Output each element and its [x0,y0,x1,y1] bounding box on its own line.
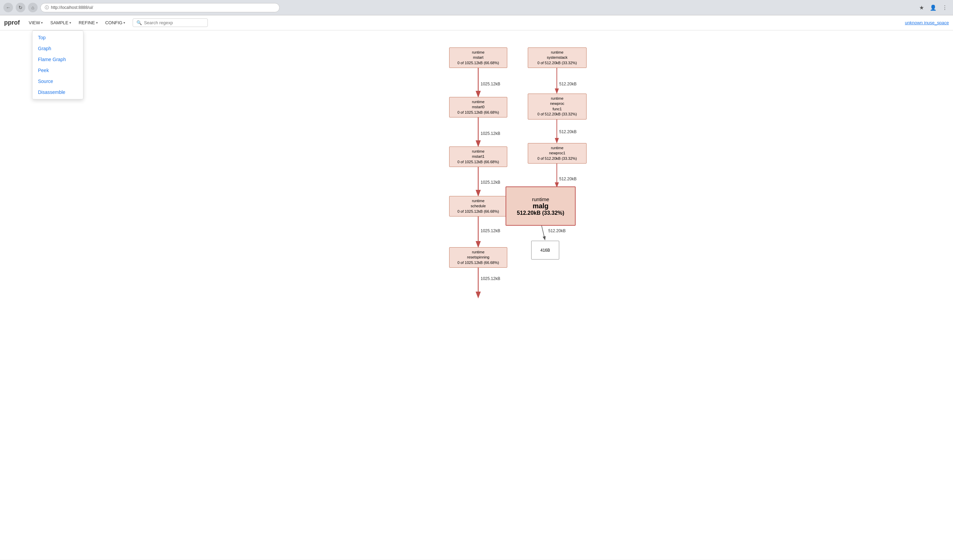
nav-sample[interactable]: SAMPLE ▾ [47,18,75,27]
profile-icon[interactable]: 👤 [928,3,938,12]
security-icon: ⓘ [45,5,49,11]
node-malg[interactable]: runtime malg 512.20kB (33.32%) [506,186,576,226]
view-arrow-icon: ▾ [41,21,43,25]
edge-label-6: 512.20kB [559,176,577,181]
menu-item-graph[interactable]: Graph [33,43,83,54]
svg-line-7 [542,225,545,239]
node-systemstack[interactable]: runtime systemstack 0 of 512.20kB (33.32… [528,48,587,68]
app-logo: pprof [4,19,20,26]
edge-label-4: 512.20kB [559,129,577,134]
search-icon: 🔍 [137,20,142,25]
profile-link[interactable]: unknown inuse_space [905,20,949,25]
menu-item-disassemble[interactable]: Disassemble [33,87,83,97]
node-mstart[interactable]: runtime mstart 0 of 1025.12kB (66.68%) [449,48,507,68]
main-content: runtime mstart 0 of 1025.12kB (66.68%) 1… [0,30,953,560]
view-dropdown: Top Graph Flame Graph Peek Source Disass… [32,30,84,99]
edge-label-1: 1025.12kB [481,82,500,87]
node-newproc-func1[interactable]: runtime newproc func1 0 of 512.20kB (33.… [528,94,587,119]
back-button[interactable]: ← [3,3,13,12]
address-bar[interactable]: ⓘ http://localhost:8888/ui/ [40,3,279,12]
node-416b[interactable]: 416B [531,241,559,260]
menu-item-top[interactable]: Top [33,32,83,43]
search-input[interactable] [144,20,204,25]
menu-item-source[interactable]: Source [33,76,83,87]
edge-label-3: 1025.12kB [481,131,500,136]
home-button[interactable]: ⌂ [28,3,37,12]
reload-button[interactable]: ↻ [16,3,25,12]
browser-chrome: ← ↻ ⌂ ⓘ http://localhost:8888/ui/ ★ 👤 ⋮ [0,0,953,15]
nav-config[interactable]: CONFIG ▾ [102,18,129,27]
node-resetspinning[interactable]: runtime resetspinning 0 of 1025.12kB (66… [449,247,507,268]
more-icon[interactable]: ⋮ [940,3,950,12]
nav-view[interactable]: VIEW ▾ [25,18,46,27]
browser-toolbar: ★ 👤 ⋮ [917,3,950,12]
search-box[interactable]: 🔍 [133,19,208,27]
graph-area: runtime mstart 0 of 1025.12kB (66.68%) 1… [0,30,953,334]
nav-refine[interactable]: REFINE ▾ [75,18,101,27]
node-mstart0[interactable]: runtime mstart0 0 of 1025.12kB (66.68%) [449,97,507,118]
edge-label-7: 1025.12kB [481,229,500,233]
edge-label-2: 512.20kB [559,82,577,87]
config-arrow-icon: ▾ [123,21,125,25]
nav-menu: VIEW ▾ SAMPLE ▾ REFINE ▾ CONFIG ▾ [25,18,129,27]
node-mstart1[interactable]: runtime mstart1 0 of 1025.12kB (66.68%) [449,147,507,167]
edge-label-5: 1025.12kB [481,180,500,185]
edge-label-8: 512.20kB [548,229,566,233]
node-newproc1[interactable]: runtime newproc1 0 of 512.20kB (33.32%) [528,143,587,164]
node-schedule[interactable]: runtime schedule 0 of 1025.12kB (66.68%) [449,196,507,217]
menu-item-flame-graph[interactable]: Flame Graph [33,54,83,65]
graph-svg [323,37,630,328]
sample-arrow-icon: ▾ [69,21,71,25]
app-header: pprof VIEW ▾ SAMPLE ▾ REFINE ▾ CONFIG ▾ … [0,15,953,30]
url-text: http://localhost:8888/ui/ [51,5,93,10]
refine-arrow-icon: ▾ [96,21,98,25]
extensions-icon[interactable]: ★ [917,3,926,12]
menu-item-peek[interactable]: Peek [33,65,83,76]
edge-label-9: 1025.12kB [481,276,500,281]
